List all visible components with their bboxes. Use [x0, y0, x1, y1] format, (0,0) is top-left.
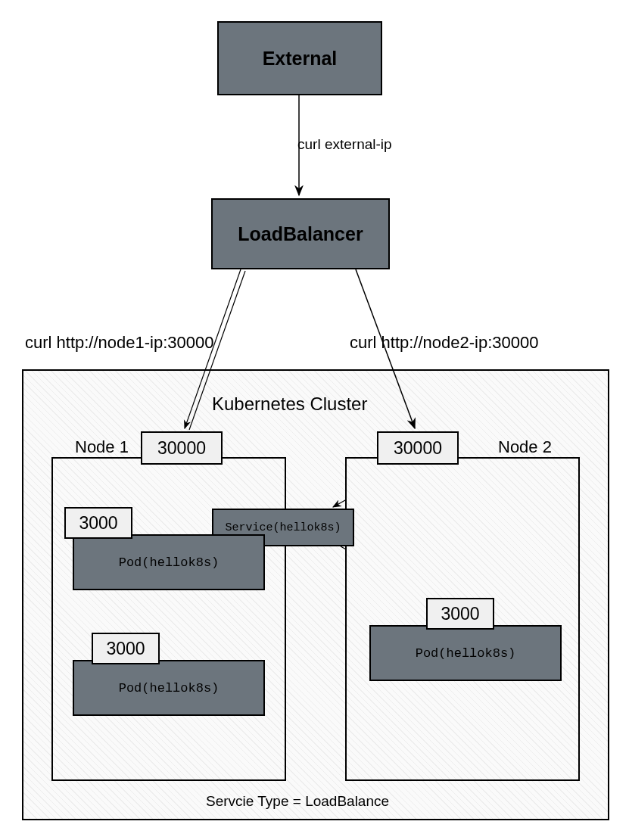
node2-pod1-label: Pod(hellok8s) — [416, 646, 516, 661]
diagram-canvas: External curl external-ip LoadBalancer c… — [0, 0, 629, 840]
loadbalancer-label: LoadBalancer — [238, 223, 363, 245]
node2-label: Node 2 — [498, 437, 552, 457]
node1-pod2-label: Pod(hellok8s) — [119, 681, 220, 695]
node1-label: Node 1 — [75, 437, 129, 457]
node2-nodeport-value: 30000 — [394, 438, 442, 459]
node1-nodeport: 30000 — [141, 431, 223, 465]
loadbalancer-box: LoadBalancer — [211, 198, 390, 269]
curl-node2-label: curl http://node2-ip:30000 — [350, 333, 539, 353]
footer-caption: Servcie Type = LoadBalance — [206, 793, 389, 810]
node1-pod2-port-value: 3000 — [106, 639, 145, 659]
node1-pod2-port: 3000 — [92, 633, 160, 664]
node1-nodeport-value: 30000 — [157, 438, 206, 459]
node2-pod1-box: Pod(hellok8s) — [369, 625, 562, 681]
cluster-title: Kubernetes Cluster — [212, 394, 367, 415]
node2-pod1-port: 3000 — [426, 598, 494, 630]
node1-pod1-label: Pod(hellok8s) — [119, 555, 220, 570]
node1-pod1-port: 3000 — [64, 507, 132, 539]
external-box: External — [217, 21, 382, 95]
node1-pod1-port-value: 3000 — [79, 513, 117, 534]
external-label: External — [263, 48, 338, 70]
node1-pod2-box: Pod(hellok8s) — [73, 660, 265, 716]
curl-node1-label: curl http://node1-ip:30000 — [25, 333, 214, 353]
node1-box — [51, 457, 286, 781]
curl-external-label: curl external-ip — [297, 136, 392, 153]
service-label: Service(hellok8s) — [225, 521, 341, 534]
node2-nodeport: 30000 — [377, 431, 459, 465]
node1-pod1-box: Pod(hellok8s) — [73, 534, 265, 590]
node2-pod1-port-value: 3000 — [441, 604, 479, 624]
